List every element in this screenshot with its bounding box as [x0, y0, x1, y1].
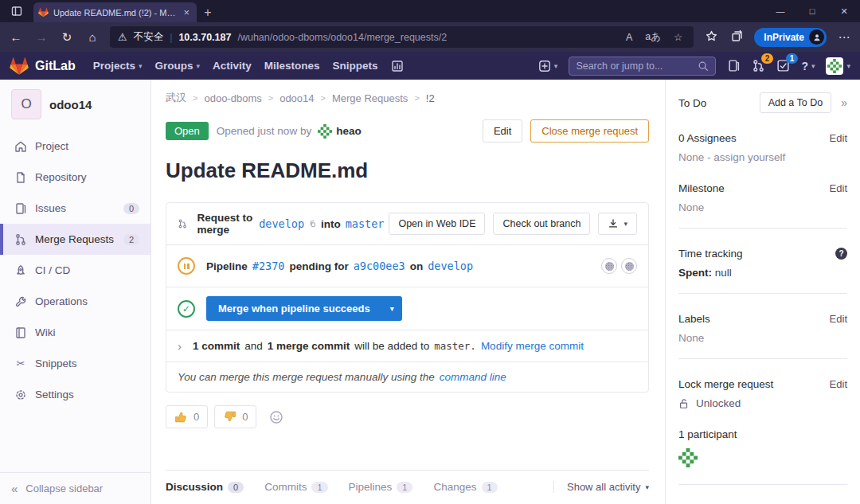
breadcrumb-merge-requests[interactable]: Merge Requests	[332, 92, 408, 104]
pipeline-stage-icon[interactable]	[601, 258, 617, 274]
check-out-branch-button[interactable]: Check out branch	[493, 213, 590, 235]
project-context-header[interactable]: O odoo14	[0, 80, 150, 131]
sidebar-item-issues[interactable]: Issues 0	[0, 193, 150, 224]
expand-chevron-icon[interactable]: ›	[178, 339, 182, 353]
nav-activity[interactable]: Activity	[213, 60, 252, 72]
gitlab-brand[interactable]: GitLab	[10, 57, 76, 76]
window-close-button[interactable]: ✕	[828, 0, 860, 22]
security-label[interactable]: 不安全	[134, 30, 164, 44]
copy-icon[interactable]	[309, 218, 316, 229]
close-merge-request-button[interactable]: Close merge request	[530, 119, 649, 143]
status-badge: Open	[166, 122, 209, 140]
search-input[interactable]	[576, 61, 698, 72]
profile-avatar-icon	[809, 29, 824, 45]
add-todo-button[interactable]: Add a To Do	[760, 92, 832, 113]
inprivate-label: InPrivate	[764, 32, 804, 43]
edit-button[interactable]: Edit	[483, 119, 522, 143]
commit-sha-link[interactable]: a9c00ee3	[354, 260, 405, 272]
help-menu-button[interactable]: ? ▾	[801, 60, 815, 72]
help-question-icon[interactable]: ?	[835, 248, 847, 260]
milestone-edit-link[interactable]: Edit	[830, 182, 847, 194]
merge-when-pipeline-succeeds-button[interactable]: Merge when pipeline succeeds	[206, 296, 382, 321]
add-favorite-icon[interactable]: ☆	[670, 31, 686, 43]
breadcrumb-separator: >	[268, 93, 273, 103]
home-button[interactable]: ⌂	[84, 30, 100, 44]
collapse-sidebar-button[interactable]: « Collapse sidebar	[0, 472, 150, 504]
author-name[interactable]: heao	[336, 125, 362, 137]
collections-icon[interactable]	[729, 29, 745, 45]
lock-label: Lock merge request	[678, 378, 773, 390]
translate-icon[interactable]: aあ	[642, 30, 664, 44]
show-all-activity-dropdown[interactable]: Show all activity ▾	[553, 481, 649, 493]
author-avatar[interactable]	[318, 124, 332, 139]
new-tab-button[interactable]: +	[197, 2, 219, 22]
breadcrumb-project[interactable]: odoo14	[280, 92, 314, 104]
on-text: on	[410, 260, 424, 272]
nav-snippets[interactable]: Snippets	[333, 60, 378, 72]
maximize-button[interactable]: □	[796, 0, 828, 22]
back-button[interactable]: ←	[8, 30, 24, 44]
todos-button[interactable]: 1	[776, 59, 790, 72]
browser-tab[interactable]: Update README.md (!2) - Merg ×	[33, 2, 197, 22]
assignees-edit-link[interactable]: Edit	[830, 132, 847, 144]
labels-edit-link[interactable]: Edit	[830, 313, 847, 325]
open-in-web-ide-button[interactable]: Open in Web IDE	[389, 213, 485, 235]
breadcrumb-group[interactable]: 武汉	[166, 91, 186, 105]
sidebar-item-ci-cd[interactable]: CI / CD	[0, 255, 150, 286]
search-box[interactable]	[569, 57, 716, 76]
tab-changes[interactable]: Changes 1	[433, 481, 497, 493]
thumbs-up-button[interactable]: 0	[166, 405, 208, 428]
user-menu-button[interactable]: ▾	[826, 57, 850, 75]
analytics-icon[interactable]	[391, 60, 404, 72]
modify-merge-commit-link[interactable]: Modify merge commit	[481, 340, 584, 352]
merge-requests-button[interactable]: 2	[752, 59, 765, 72]
sidebar-item-settings[interactable]: Settings	[0, 379, 150, 410]
sidebar-item-project[interactable]: Project	[0, 131, 150, 162]
command-line-link[interactable]: command line	[440, 371, 506, 383]
breadcrumb-subgroup[interactable]: odoo-dboms	[204, 92, 261, 104]
add-reaction-button[interactable]	[269, 410, 283, 424]
pipeline-id-link[interactable]: #2370	[252, 260, 285, 272]
minimize-button[interactable]: —	[764, 0, 796, 22]
sidebar-item-operations[interactable]: Operations	[0, 286, 150, 317]
favorites-icon[interactable]	[703, 29, 719, 45]
inprivate-badge[interactable]: InPrivate	[754, 28, 827, 47]
thumbs-down-button[interactable]: 0	[214, 405, 256, 428]
sidebar-item-label: Repository	[35, 171, 87, 183]
pipeline-branch-link[interactable]: develop	[428, 260, 473, 272]
merge-options-dropdown[interactable]: ▾	[382, 296, 402, 321]
sidebar-item-snippets[interactable]: ✂ Snippets	[0, 348, 150, 379]
target-branch[interactable]: master	[346, 217, 385, 230]
sidebar-item-wiki[interactable]: Wiki	[0, 317, 150, 348]
new-menu-button[interactable]: ▾	[538, 60, 558, 72]
assignees-value[interactable]: None - assign yourself	[678, 151, 847, 163]
source-branch[interactable]: develop	[259, 217, 304, 230]
tab-pipelines[interactable]: Pipelines 1	[349, 481, 413, 493]
gitlab-brand-name: GitLab	[35, 59, 76, 73]
nav-projects[interactable]: Projects▾	[93, 60, 143, 72]
tab-label: Pipelines	[349, 481, 393, 493]
sidebar-item-repository[interactable]: Repository	[0, 162, 150, 193]
collapse-right-sidebar-icon[interactable]: »	[841, 96, 847, 109]
tab-commits[interactable]: Commits 1	[264, 481, 327, 493]
nav-groups[interactable]: Groups▾	[154, 60, 200, 72]
browser-menu-icon[interactable]: ⋯	[836, 30, 852, 45]
refresh-button[interactable]: ↻	[59, 30, 75, 45]
tab-discussion[interactable]: Discussion 0	[166, 481, 244, 493]
sidebar-item-label: Settings	[35, 389, 74, 400]
download-dropdown-button[interactable]: ▾	[598, 213, 637, 235]
address-bar[interactable]: ⚠ 不安全 | 10.3.70.187 /wuhan/odoo-dboms/od…	[110, 26, 694, 48]
tab-count-badge: 0	[228, 482, 244, 493]
vertical-tabs-button[interactable]	[0, 0, 33, 22]
pipeline-stage-icon[interactable]	[621, 258, 637, 274]
tab-close-icon[interactable]: ×	[181, 6, 192, 18]
participant-avatar[interactable]	[678, 448, 847, 470]
issues-dashboard-button[interactable]	[727, 59, 741, 72]
lock-edit-link[interactable]: Edit	[830, 378, 847, 390]
nav-milestones[interactable]: Milestones	[264, 60, 320, 72]
nav-activity-label: Activity	[213, 60, 252, 72]
read-aloud-icon[interactable]: A	[623, 32, 635, 43]
forward-button[interactable]: →	[33, 30, 49, 44]
sidebar-item-merge-requests[interactable]: Merge Requests 2	[0, 224, 150, 255]
tab-title: Update README.md (!2) - Merg	[53, 8, 176, 18]
